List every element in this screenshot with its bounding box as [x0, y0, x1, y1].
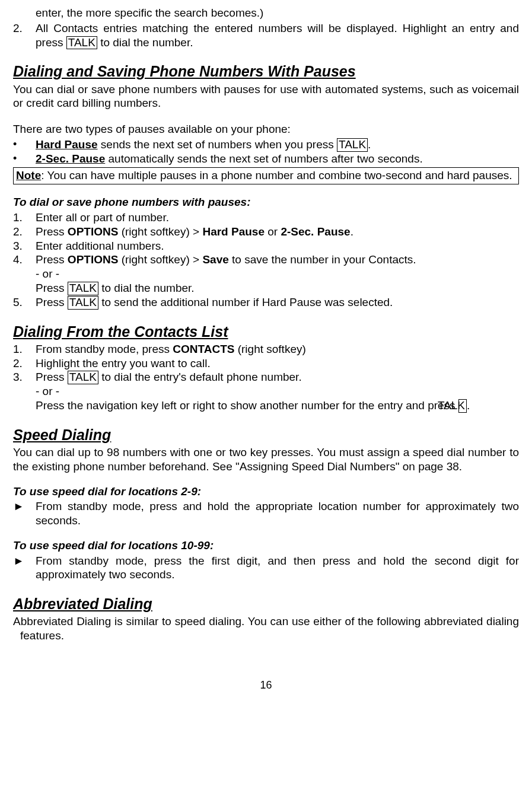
note-box: Note: You can have multiple pauses in a … — [13, 167, 519, 185]
paragraph: Abbreviated Dialing is similar to speed … — [13, 614, 519, 643]
text: to save the number in your Contacts. — [229, 253, 416, 266]
list-item: 3. Enter additional numbers. — [13, 239, 519, 253]
arrow-icon: ► — [13, 499, 36, 528]
text: . — [467, 399, 470, 412]
list-item: • Hard Pause sends the next set of numbe… — [13, 138, 519, 152]
heading-pauses: Dialing and Saving Phone Numbers With Pa… — [13, 62, 519, 81]
list-number: 2. — [13, 21, 36, 50]
text: Press — [36, 296, 68, 308]
talk-key: TALK — [458, 399, 467, 413]
list-number: 3. — [13, 370, 36, 399]
list-body: From standby mode, press the first digit… — [36, 554, 519, 582]
pauses-steps-list: 1. Enter all or part of number. 2. Press… — [13, 211, 519, 310]
or-text: - or - — [36, 385, 59, 397]
talk-key: TALK — [68, 296, 98, 310]
document-page: enter, the more specific the search beco… — [13, 6, 519, 692]
list-number: 2. — [13, 225, 36, 239]
list-item: 1. From standby mode, press CONTACTS (ri… — [13, 342, 519, 356]
list-body: Hard Pause sends the next set of numbers… — [36, 138, 519, 152]
heading-abbreviated-dialing: Abbreviated Dialing — [13, 595, 519, 613]
text: to dial the number. — [98, 282, 195, 294]
two-sec-pause-label: 2-Sec. Pause — [281, 225, 350, 238]
contacts-steps-list: 1. From standby mode, press CONTACTS (ri… — [13, 342, 519, 399]
arrow-icon: ► — [13, 554, 36, 582]
list-item: 2. Highlight the entry you want to call. — [13, 356, 519, 371]
list-number: 3. — [13, 239, 36, 253]
subheading-dial-save-pauses: To dial or save phone numbers with pause… — [13, 195, 519, 209]
text: From standby mode, press — [36, 343, 173, 355]
list-body: Enter all or part of number. — [36, 211, 519, 225]
save-label: Save — [202, 253, 228, 266]
note-label: Note — [16, 169, 41, 181]
paragraph: You can dial up to 98 numbers with one o… — [13, 445, 519, 474]
list-number: 5. — [13, 295, 36, 310]
list-number: 1. — [13, 342, 36, 356]
heading-contacts-list: Dialing From the Contacts List — [13, 323, 519, 341]
text: to send the additional number if Hard Pa… — [98, 296, 393, 308]
text: to dial the number. — [97, 36, 193, 49]
list-item: 2. Press OPTIONS (right softkey) > Hard … — [13, 225, 519, 239]
heading-speed-dialing: Speed Dialing — [13, 426, 519, 444]
hard-pause-label: Hard Pause — [36, 138, 98, 151]
talk-key: TALK — [66, 36, 97, 50]
list-item: • 2-Sec. Pause automatically sends the n… — [13, 152, 519, 166]
list-item: ► From standby mode, press the first dig… — [13, 554, 519, 582]
text: Press — [36, 282, 68, 294]
text: (right softkey) > — [118, 225, 202, 238]
pause-types-list: • Hard Pause sends the next set of numbe… — [13, 138, 519, 166]
top-ordered-list: 2. All Contacts entries matching the ent… — [13, 21, 519, 50]
list-item: 1. Enter all or part of number. — [13, 211, 519, 225]
hard-pause-label: Hard Pause — [202, 225, 265, 238]
two-sec-pause-label: 2-Sec. Pause — [36, 152, 105, 165]
spacer — [13, 111, 519, 122]
list-item: 3. Press TALK to dial the entry's defaul… — [13, 370, 519, 399]
list-body: 2-Sec. Pause automatically sends the nex… — [36, 152, 519, 166]
list-body: From standby mode, press and hold the ap… — [36, 499, 519, 528]
list-item: ► From standby mode, press and hold the … — [13, 499, 519, 528]
or-text: - or - — [36, 267, 59, 280]
note-text: : You can have multiple pauses in a phon… — [41, 169, 512, 181]
list-body: Press OPTIONS (right softkey) > Save to … — [36, 253, 519, 295]
text: . — [351, 225, 353, 238]
arrow-list: ► From standby mode, press and hold the … — [13, 499, 519, 528]
list-body: Enter additional numbers. — [36, 239, 519, 253]
bullet-icon: • — [13, 138, 36, 152]
text: automatically sends the next set of numb… — [105, 152, 422, 165]
text: sends the next set of numbers when you p… — [98, 138, 337, 151]
list-body: Press TALK to send the additional number… — [36, 295, 519, 310]
text: enter, the more specific the search beco… — [36, 7, 263, 19]
text: (right softkey) — [234, 343, 305, 355]
list-body: Highlight the entry you want to call. — [36, 356, 519, 371]
text: . — [368, 138, 371, 151]
options-label: OPTIONS — [68, 225, 119, 238]
list-body: Press OPTIONS (right softkey) > Hard Pau… — [36, 225, 519, 239]
list-number: 1. — [13, 211, 36, 225]
talk-key: TALK — [68, 282, 98, 295]
list-body: From standby mode, press CONTACTS (right… — [36, 342, 519, 356]
page-number: 16 — [13, 678, 519, 692]
bullet-icon: • — [13, 152, 36, 166]
paragraph: There are two types of pauses available … — [13, 122, 519, 136]
text: Press — [36, 371, 68, 383]
options-label: OPTIONS — [68, 253, 119, 266]
contacts-label: CONTACTS — [173, 343, 234, 355]
list-item: 2. All Contacts entries matching the ent… — [13, 21, 519, 50]
list-number: 2. — [13, 356, 36, 371]
talk-key: TALK — [337, 138, 368, 152]
text: or — [265, 225, 281, 238]
subheading-speed-2-9: To use speed dial for locations 2-9: — [13, 485, 519, 499]
text: to dial the entry's default phone number… — [98, 371, 302, 383]
list-item: 5. Press TALK to send the additional num… — [13, 295, 519, 310]
text: Press — [36, 225, 68, 238]
continuation-text: enter, the more specific the search beco… — [13, 6, 519, 20]
talk-key: TALK — [68, 371, 98, 384]
arrow-list: ► From standby mode, press the first dig… — [13, 554, 519, 582]
paragraph: You can dial or save phone numbers with … — [13, 82, 519, 111]
text: Press — [36, 253, 68, 266]
list-item: 4. Press OPTIONS (right softkey) > Save … — [13, 253, 519, 295]
list-body: Press TALK to dial the entry's default p… — [36, 370, 519, 399]
text: Press the navigation key left or right t… — [13, 399, 458, 412]
text: (right softkey) > — [118, 253, 202, 266]
list-number: 4. — [13, 253, 36, 295]
subheading-speed-10-99: To use speed dial for locations 10-99: — [13, 539, 519, 553]
